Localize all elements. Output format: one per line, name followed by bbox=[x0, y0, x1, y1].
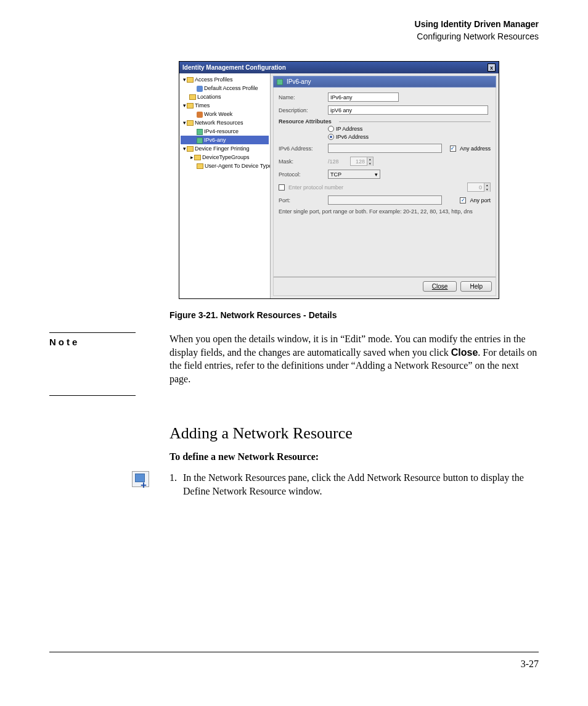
tree-network-resources[interactable]: ▾Network Resources bbox=[181, 118, 269, 127]
folder-icon bbox=[187, 120, 194, 126]
protocol-select[interactable]: TCP ▾ bbox=[328, 170, 380, 179]
protocol-label: Protocol: bbox=[279, 171, 324, 178]
navigation-tree[interactable]: ▾Access Profiles Default Access Profile … bbox=[179, 73, 271, 298]
resource-icon bbox=[197, 138, 203, 144]
pane-title: IPv6-any bbox=[287, 78, 311, 85]
tree-ipv6-any[interactable]: IPv6-any bbox=[181, 136, 269, 144]
figure-caption: Figure 3-21. Network Resources - Details bbox=[169, 310, 539, 320]
window-titlebar[interactable]: Identity Management Configuration x bbox=[179, 62, 499, 73]
clock-icon bbox=[197, 112, 203, 118]
port-hint: Enter single port, port range or both. F… bbox=[279, 208, 491, 215]
radio-icon bbox=[328, 134, 334, 140]
any-address-label: Any address bbox=[460, 146, 491, 152]
config-window: Identity Management Configuration x ▾Acc… bbox=[179, 61, 499, 299]
ipv6-address-radio-row[interactable]: IPv6 Address bbox=[328, 134, 491, 140]
ip-address-radio-row[interactable]: IP Address bbox=[328, 126, 491, 132]
tree-device-finger-printing[interactable]: ▾Device Finger Printing bbox=[181, 144, 269, 153]
tree-access-profiles[interactable]: ▾Access Profiles bbox=[181, 75, 269, 84]
any-address-checkbox[interactable] bbox=[450, 146, 456, 152]
chevron-down-icon: ▾ bbox=[484, 187, 490, 192]
add-network-resource-icon bbox=[132, 471, 149, 487]
folder-icon bbox=[189, 94, 196, 100]
resource-icon bbox=[277, 79, 283, 85]
folder-icon bbox=[197, 163, 203, 169]
chevron-up-icon: ▴ bbox=[484, 183, 490, 187]
subhead: To define a new Network Resource: bbox=[169, 451, 539, 462]
folder-icon bbox=[194, 155, 201, 160]
step-1: 1. In the Network Resources pane, click … bbox=[49, 471, 539, 498]
port-input bbox=[328, 195, 442, 205]
step-text: In the Network Resources pane, click the… bbox=[183, 471, 539, 498]
tree-locations[interactable]: Locations bbox=[181, 92, 269, 101]
description-input[interactable] bbox=[328, 105, 488, 115]
tree-device-type-groups[interactable]: ▸DeviceTypeGroups bbox=[181, 153, 269, 162]
folder-icon bbox=[187, 77, 194, 83]
close-button[interactable]: Close bbox=[423, 281, 457, 292]
name-label: Name: bbox=[279, 94, 324, 101]
window-close-icon[interactable]: x bbox=[488, 64, 496, 72]
footer-rule bbox=[49, 652, 539, 652]
folder-icon bbox=[187, 146, 194, 152]
help-button[interactable]: Help bbox=[460, 281, 492, 292]
mask-prefix: /128 bbox=[328, 158, 346, 165]
tree-times[interactable]: ▾Times bbox=[181, 101, 269, 110]
tree-default-access-profile[interactable]: Default Access Profile bbox=[181, 84, 269, 92]
enter-protocol-number-label: Enter protocol number bbox=[288, 184, 375, 191]
chevron-up-icon: ▴ bbox=[367, 157, 373, 162]
header-title: Using Identity Driven Manager bbox=[49, 18, 539, 31]
port-label: Port: bbox=[279, 197, 324, 203]
folder-icon bbox=[187, 103, 194, 109]
note-text: When you open the details window, it is … bbox=[169, 332, 539, 400]
form-area: Name: Description: Resource Attributes I… bbox=[273, 88, 496, 277]
name-input[interactable] bbox=[328, 92, 399, 102]
note-label: Note bbox=[49, 337, 169, 347]
chevron-down-icon: ▾ bbox=[375, 171, 378, 178]
profile-icon bbox=[197, 86, 203, 92]
enter-protocol-number-checkbox[interactable] bbox=[279, 184, 285, 191]
tree-ipv4-resource[interactable]: IPv4-resource bbox=[181, 127, 269, 136]
page-number: 3-27 bbox=[49, 659, 539, 670]
ipv6-address-input bbox=[328, 144, 442, 153]
header-subtitle: Configuring Network Resources bbox=[49, 31, 539, 43]
window-title: Identity Management Configuration bbox=[182, 64, 286, 71]
protocol-number-spinner: 0 ▴▾ bbox=[467, 183, 491, 192]
mask-label: Mask: bbox=[279, 158, 324, 165]
any-port-checkbox[interactable] bbox=[460, 197, 466, 203]
pane-header: IPv6-any bbox=[273, 76, 496, 88]
step-number: 1. bbox=[169, 471, 177, 498]
chevron-down-icon: ▾ bbox=[367, 162, 373, 166]
tree-user-agent-device-types[interactable]: User-Agent To Device Types bbox=[181, 162, 269, 170]
mask-spinner[interactable]: 128 ▴▾ bbox=[350, 157, 374, 166]
resource-icon bbox=[197, 129, 203, 135]
description-label: Description: bbox=[279, 107, 324, 113]
note-block: Note When you open the details window, i… bbox=[49, 332, 539, 400]
any-port-label: Any port bbox=[470, 197, 491, 203]
section-title: Adding a Network Resource bbox=[169, 424, 539, 443]
radio-icon bbox=[328, 126, 334, 132]
ipv6-address-label: IPv6 Address: bbox=[279, 146, 324, 152]
page-header: Using Identity Driven Manager Configurin… bbox=[49, 18, 539, 43]
tree-work-week[interactable]: Work Week bbox=[181, 110, 269, 118]
